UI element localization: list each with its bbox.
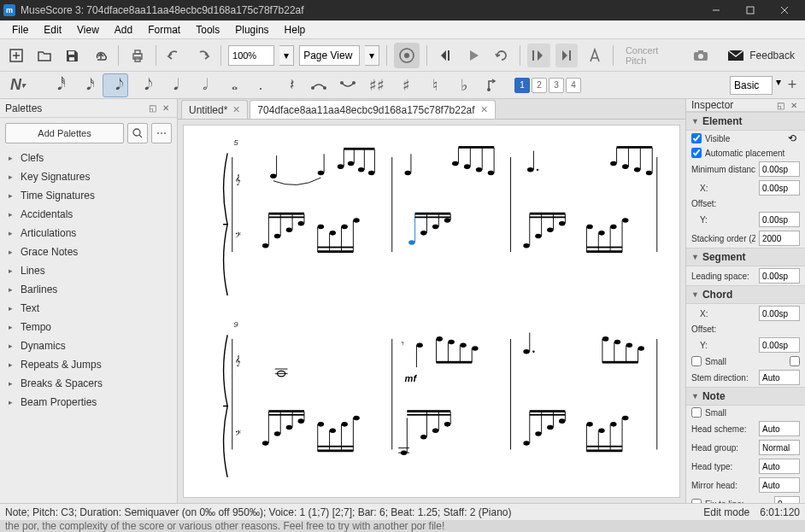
menu-plugins[interactable]: Plugins [228,22,275,38]
palettes-search-button[interactable] [127,123,148,143]
chord-section-header[interactable]: ▼Chord [686,285,805,304]
visible-checkbox[interactable] [691,133,702,143]
tab-close-icon[interactable]: ✕ [232,104,240,115]
workspace-select[interactable]: Basic [730,76,773,95]
palette-item[interactable]: ▸Lines [3,261,173,280]
selected-note[interactable] [408,240,414,245]
head-scheme-select[interactable] [759,421,800,436]
loop-button[interactable] [491,44,514,67]
fix-to-line-input[interactable] [774,496,800,503]
workspace-dropdown[interactable]: ▾ [776,76,781,95]
voice-4-button[interactable]: 4 [566,78,581,93]
note-section-header[interactable]: ▼Note [686,387,805,406]
menu-format[interactable]: Format [141,22,187,38]
save-online-button[interactable] [89,44,112,67]
menu-view[interactable]: View [70,22,106,38]
voice-3-button[interactable]: 3 [549,78,564,93]
play-button[interactable] [462,44,485,67]
element-section-header[interactable]: ▼Element [686,112,805,131]
palette-item[interactable]: ▸Clefs [3,149,173,167]
tab-untitled[interactable]: Untitled* ✕ [181,100,248,119]
slur-button[interactable] [335,73,361,97]
marcato-button[interactable]: ♯♯ [364,73,390,97]
auto-placement-checkbox[interactable] [691,148,702,158]
note-input-mode-button[interactable]: N▾ [5,73,31,97]
note-small-checkbox[interactable] [691,407,702,418]
countoff-button[interactable] [583,44,606,67]
flat-button[interactable]: ♭ [451,73,477,97]
stacking-order-input[interactable] [759,231,800,246]
redo-button[interactable] [191,44,214,67]
duration-64th-button[interactable]: 𝅘𝅥𝅰 [44,73,70,97]
palette-item[interactable]: ▸Accidentals [3,205,173,224]
palette-item[interactable]: ▸Dynamics [3,336,173,355]
min-distance-input[interactable] [759,161,800,177]
flip-button[interactable] [480,73,506,97]
palettes-more-button[interactable]: ⋯ [151,123,172,143]
offset-x-input[interactable] [759,180,800,196]
view-mode-dropdown[interactable]: ▾ [365,45,379,66]
open-button[interactable] [33,44,56,67]
tie-button[interactable] [306,73,332,97]
palettes-close-button[interactable]: ✕ [160,102,172,114]
print-button[interactable] [126,44,149,67]
palette-item[interactable]: ▸Key Signatures [3,167,173,186]
mirror-head-select[interactable] [759,477,800,493]
palette-item[interactable]: ▸Articulations [3,224,173,243]
loop-out-button[interactable] [555,44,579,67]
add-palettes-button[interactable]: Add Palettes [5,123,124,143]
zoom-input[interactable] [228,45,274,66]
menu-add[interactable]: Add [108,22,139,38]
duration-16th-button[interactable]: 𝅘𝅥𝅮 [103,73,128,97]
menu-file[interactable]: File [5,22,35,38]
chord-small-checkbox[interactable] [691,356,702,366]
close-button[interactable] [767,0,802,20]
sharp-button[interactable]: ♯ [393,73,419,97]
menu-help[interactable]: Help [278,22,313,38]
voice-2-button[interactable]: 2 [532,78,547,93]
duration-half-button[interactable]: 𝅗𝅥 [190,73,215,97]
voice-1-button[interactable]: 1 [514,78,530,93]
palette-item[interactable]: ▸Time Signatures [3,186,173,205]
duration-dot-button[interactable]: . [248,73,273,97]
save-button[interactable] [61,44,84,67]
image-capture-button[interactable] [690,44,713,67]
palette-item[interactable]: ▸Grace Notes [3,243,173,261]
minimize-button[interactable] [699,0,733,20]
duration-whole-button[interactable]: 𝅝 [219,73,244,97]
rewind-button[interactable] [434,44,457,67]
palettes-undock-button[interactable]: ◱ [146,102,158,114]
natural-button[interactable]: ♮ [422,73,448,97]
view-mode-select[interactable]: Page View [299,45,360,66]
new-button[interactable] [5,44,28,67]
segment-section-header[interactable]: ▼Segment [686,248,805,266]
tab-close-icon[interactable]: ✕ [480,104,488,115]
palette-item[interactable]: ▸Beam Properties [3,393,173,412]
chord-x-input[interactable] [759,306,800,321]
leading-space-input[interactable] [759,268,800,284]
palette-item[interactable]: ▸Repeats & Jumps [3,355,173,374]
offset-y-input[interactable] [759,212,800,227]
chord-y-input[interactable] [759,337,800,353]
palette-item[interactable]: ▸Barlines [3,280,173,299]
duration-8th-button[interactable]: 𝅘𝅥𝅮 [132,73,157,97]
add-workspace-button[interactable]: + [784,73,800,97]
head-group-select[interactable] [759,440,800,455]
loop-in-button[interactable] [527,44,550,67]
concert-pitch-button[interactable]: Concert Pitch [620,45,685,66]
palette-item[interactable]: ▸Breaks & Spacers [3,374,173,393]
maximize-button[interactable] [733,0,767,20]
inspector-undock-button[interactable]: ◱ [774,99,786,111]
palette-item[interactable]: ▸Tempo [3,318,173,336]
zoom-dropdown[interactable]: ▾ [279,45,294,66]
duration-quarter-button[interactable]: 𝅘𝅥 [161,73,186,97]
chord-extra-checkbox[interactable] [790,356,800,366]
stem-direction-select[interactable] [759,370,800,385]
inspector-close-button[interactable]: ✕ [788,99,800,111]
duration-32nd-button[interactable]: 𝅘𝅥𝅯 [73,73,99,97]
reset-icon[interactable]: ⟲ [788,132,796,144]
feedback-button[interactable]: Feedback [722,50,800,61]
undo-button[interactable] [163,44,186,67]
head-type-select[interactable] [759,459,800,474]
menu-tools[interactable]: Tools [189,22,226,38]
